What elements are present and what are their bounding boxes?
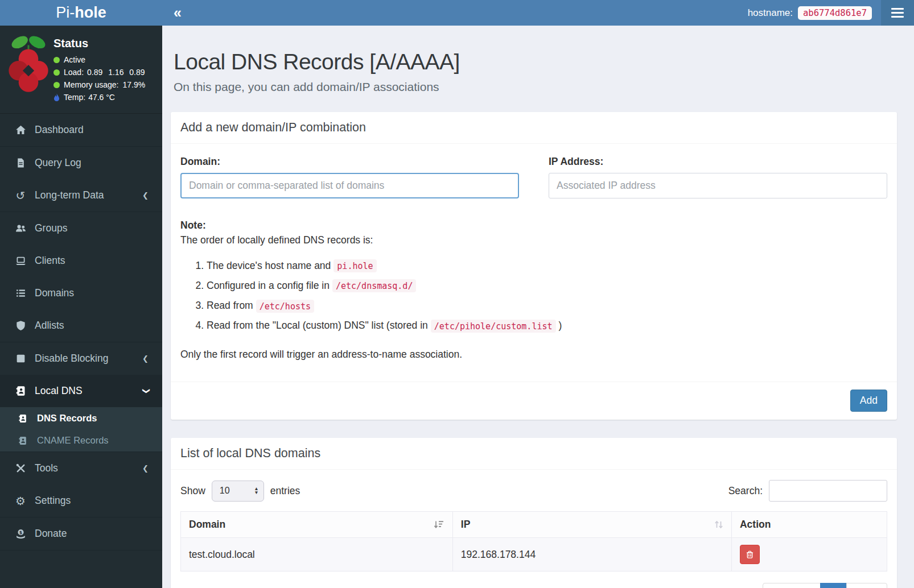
- address-book-icon: [14, 386, 27, 396]
- top-bar: Pi-hole « hostname: ab6774d861e7: [0, 0, 914, 26]
- local-dns-submenu: DNS Records CNAME Records: [0, 407, 162, 452]
- status-info: Status Active Load: 0.89 1.16 0.89 Memor…: [53, 32, 145, 105]
- sidebar-item-settings[interactable]: ⚙ Settings: [0, 485, 162, 517]
- status-dot-icon: [53, 69, 60, 76]
- trash-icon: [745, 549, 755, 560]
- sidebar-collapse-icon[interactable]: «: [174, 6, 182, 20]
- note-item: Configured in a config file in/etc/dnsma…: [207, 278, 887, 293]
- add-record-card: Add a new domain/IP combination Domain: …: [171, 112, 897, 420]
- svg-text:$: $: [19, 530, 22, 535]
- status-title: Status: [53, 37, 145, 50]
- navbar: « hostname: ab6774d861e7: [162, 0, 914, 26]
- page-subtitle: On this page, you can add domain/IP asso…: [174, 80, 897, 94]
- column-header-domain[interactable]: Domain: [181, 512, 453, 538]
- chevron-left-icon: ❮: [142, 192, 149, 199]
- delete-record-button[interactable]: [740, 545, 760, 564]
- add-card-title: Add a new domain/IP combination: [171, 112, 897, 144]
- list-card-title: List of local DNS domains: [171, 438, 897, 470]
- status-load-row: Load: 0.89 1.16 0.89: [53, 68, 145, 77]
- table-row: test.cloud.local 192.168.178.144: [181, 538, 887, 572]
- home-icon: [14, 125, 27, 135]
- search-control: Search:: [728, 480, 887, 502]
- domain-input[interactable]: [180, 173, 519, 198]
- search-label: Search:: [728, 485, 763, 497]
- table-search-input[interactable]: [769, 480, 887, 502]
- pagination-next[interactable]: Next: [846, 583, 887, 588]
- dns-records-table: Domain IP: [180, 511, 887, 572]
- code-snippet: pi.hole: [334, 259, 376, 272]
- pagination-page-1[interactable]: 1: [820, 583, 847, 588]
- note-block: Note: The order of locally defined DNS r…: [180, 218, 887, 362]
- pagination: Previous 1 Next: [763, 583, 887, 588]
- chevron-left-icon: ❮: [142, 355, 149, 362]
- page-title: Local DNS Records [A/AAAA]: [174, 49, 897, 74]
- hostname-area: hostname: ab6774d861e7: [748, 6, 881, 20]
- note-item: The device's host name andpi.hole: [207, 258, 887, 273]
- dns-list-card: List of local DNS domains Show 10 ▲▼ ent…: [171, 438, 897, 588]
- shield-icon: [14, 320, 27, 331]
- sidebar-item-domains[interactable]: Domains: [0, 277, 162, 309]
- page-size-select[interactable]: 10 ▲▼: [212, 481, 264, 502]
- sidebar-item-local-dns[interactable]: Local DNS ❮: [0, 375, 162, 407]
- sort-descending-icon: [433, 520, 444, 529]
- main-content: Local DNS Records [A/AAAA] On this page,…: [162, 26, 914, 588]
- sidebar-item-query-log[interactable]: Query Log: [0, 147, 162, 179]
- sidebar-item-dashboard[interactable]: Dashboard: [0, 114, 162, 146]
- brand-bold: hole: [75, 4, 106, 22]
- ip-address-input[interactable]: [549, 173, 887, 198]
- code-snippet: /etc/hosts: [256, 300, 314, 313]
- add-button[interactable]: Add: [850, 390, 887, 412]
- hostname-badge: ab6774d861e7: [798, 6, 872, 20]
- ip-cell: 192.168.178.144: [452, 538, 731, 572]
- sidebar-item-long-term-data[interactable]: ↺ Long-term Data ❮: [0, 179, 162, 212]
- sidebar-item-cname-records[interactable]: CNAME Records: [0, 429, 162, 452]
- laptop-icon: [14, 255, 27, 266]
- sidebar-nav: Dashboard Query Log ↺ Long-term Data ❮ G: [0, 114, 162, 550]
- stop-square-icon: [14, 353, 27, 364]
- sidebar-item-groups[interactable]: Groups: [0, 212, 162, 245]
- action-cell: [731, 538, 887, 572]
- sidebar-item-clients[interactable]: Clients: [0, 245, 162, 277]
- list-icon: [14, 288, 27, 299]
- status-panel: Status Active Load: 0.89 1.16 0.89 Memor…: [0, 26, 162, 114]
- sidebar-item-adlists[interactable]: Adlists: [0, 309, 162, 342]
- status-dot-icon: [53, 57, 60, 63]
- sidebar-item-disable-blocking[interactable]: Disable Blocking ❮: [0, 342, 162, 375]
- status-memory-row: Memory usage: 17.9%: [53, 80, 145, 89]
- status-dot-icon: [53, 82, 60, 88]
- sidebar-item-tools[interactable]: Tools ❮: [0, 452, 162, 485]
- select-stepper-icon: ▲▼: [254, 487, 258, 495]
- menu-toggle-button[interactable]: [881, 0, 914, 26]
- domain-label: Domain:: [180, 156, 519, 168]
- tools-icon: [14, 463, 27, 474]
- column-header-ip[interactable]: IP: [452, 512, 731, 538]
- chevron-down-icon: ❮: [142, 388, 149, 394]
- sort-both-icon: [714, 520, 723, 529]
- show-entries-control: Show 10 ▲▼ entries: [180, 481, 300, 502]
- note-list: The device's host name andpi.hole Config…: [180, 258, 887, 333]
- pagination-previous[interactable]: Previous: [763, 583, 821, 588]
- status-temp-row: Temp: 47.6 °C: [53, 93, 145, 102]
- show-label: Show: [180, 485, 205, 497]
- brand-prefix: Pi-: [56, 4, 75, 22]
- code-snippet: /etc/dnsmasq.d/: [332, 279, 416, 292]
- sidebar-item-donate[interactable]: $ Donate: [0, 517, 162, 550]
- chevron-left-icon: ❮: [142, 465, 149, 472]
- ip-address-label: IP Address:: [549, 156, 887, 168]
- raspberry-logo: [3, 32, 53, 96]
- note-title: Note:: [180, 218, 887, 233]
- hamburger-icon: [891, 8, 904, 10]
- brand-logo[interactable]: Pi-hole: [0, 0, 162, 26]
- sidebar: Status Active Load: 0.89 1.16 0.89 Memor…: [0, 26, 162, 588]
- hostname-label: hostname:: [748, 7, 793, 19]
- temperature-flame-icon: [53, 93, 60, 102]
- note-item: Read from the "Local (custom) DNS" list …: [207, 318, 887, 333]
- status-active-row: Active: [53, 55, 145, 64]
- address-book-icon: [16, 414, 30, 423]
- note-intro: The order of locally defined DNS records…: [180, 233, 887, 247]
- donate-icon: $: [14, 528, 27, 539]
- note-footer: Only the first record will trigger an ad…: [180, 347, 887, 362]
- column-header-action: Action: [731, 512, 887, 538]
- file-icon: [14, 158, 27, 168]
- sidebar-item-dns-records[interactable]: DNS Records: [0, 407, 162, 429]
